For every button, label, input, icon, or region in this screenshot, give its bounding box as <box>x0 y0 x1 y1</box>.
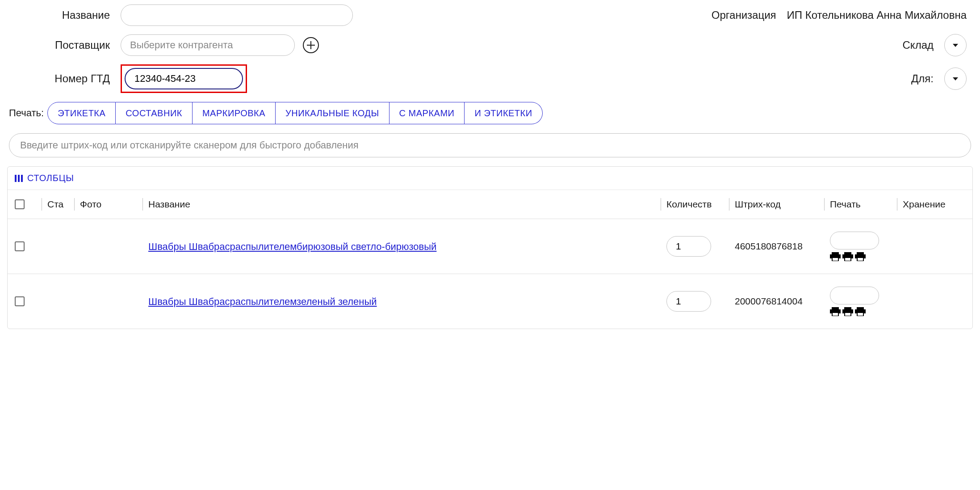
print-section: Печать: ЭТИКЕТКА СОСТАВНИК МАРКИРОВКА УН… <box>4 102 976 124</box>
svg-rect-6 <box>857 252 864 254</box>
barcode-input[interactable] <box>9 133 971 157</box>
form-row-gtd: Номер ГТД Для: <box>4 64 976 93</box>
header-print: Печать <box>830 199 897 210</box>
svg-rect-2 <box>832 258 838 261</box>
svg-rect-3 <box>844 252 851 254</box>
header-barcode: Штрих-код <box>735 199 824 210</box>
qty-input[interactable] <box>666 291 711 312</box>
printer-icon[interactable] <box>842 307 853 316</box>
print-sostavnik-button[interactable]: СОСТАВНИК <box>116 102 193 124</box>
print-count-input[interactable] <box>830 232 879 249</box>
supplier-input[interactable] <box>121 34 295 56</box>
header-storage: Хранение <box>903 199 965 210</box>
columns-icon <box>15 175 23 182</box>
svg-rect-12 <box>844 307 851 309</box>
print-with-marks-button[interactable]: С МАРКАМИ <box>389 102 465 124</box>
printer-icon[interactable] <box>855 252 866 261</box>
chevron-down-icon <box>953 44 958 47</box>
print-cell <box>830 232 897 261</box>
organization-value: ИП Котельникова Анна Михайловна <box>787 9 967 21</box>
svg-rect-11 <box>832 313 838 316</box>
for-label: Для: <box>873 72 944 85</box>
row-checkbox[interactable] <box>15 241 25 251</box>
product-link[interactable]: Швабры Швабрасраспылителемзеленый зелены… <box>148 296 377 307</box>
print-cell <box>830 287 897 316</box>
products-table: СТОЛБЦЫ Ста Фото Название Количеств Штри… <box>7 166 973 329</box>
warehouse-dropdown[interactable] <box>944 34 967 56</box>
qty-input[interactable] <box>666 236 711 257</box>
svg-rect-5 <box>845 258 851 261</box>
svg-rect-15 <box>857 307 864 309</box>
printer-icon[interactable] <box>842 252 853 261</box>
name-label: Название <box>4 9 121 21</box>
print-button-group: ЭТИКЕТКА СОСТАВНИК МАРКИРОВКА УНИКАЛЬНЫЕ… <box>47 102 542 124</box>
printer-icon[interactable] <box>855 307 866 316</box>
print-unique-codes-button[interactable]: УНИКАЛЬНЫЕ КОДЫ <box>276 102 389 124</box>
gtd-input[interactable] <box>125 68 243 89</box>
product-link[interactable]: Швабры Швабрасраспылителембирюзовый свет… <box>148 241 436 252</box>
add-supplier-button[interactable] <box>303 37 319 53</box>
print-and-labels-button[interactable]: И ЭТИКЕТКИ <box>465 102 542 124</box>
gtd-label: Номер ГТД <box>4 72 121 85</box>
chevron-down-icon <box>953 77 958 80</box>
header-name: Название <box>148 199 661 210</box>
print-etiketka-button[interactable]: ЭТИКЕТКА <box>47 102 116 124</box>
header-status: Ста <box>47 199 74 210</box>
print-count-input[interactable] <box>830 287 879 304</box>
barcode-value: 4605180876818 <box>735 241 824 252</box>
organization-label: Организация <box>712 9 787 21</box>
supplier-label: Поставщик <box>4 39 121 51</box>
barcode-value: 2000076814004 <box>735 296 824 307</box>
form-row-name: Название Организация ИП Котельникова Анн… <box>4 4 976 26</box>
table-header-row: Ста Фото Название Количеств Штрих-код Пе… <box>8 190 972 219</box>
print-label: Печать: <box>9 107 44 119</box>
form-row-supplier: Поставщик Склад <box>4 34 976 56</box>
select-all-checkbox[interactable] <box>15 199 25 209</box>
for-dropdown[interactable] <box>944 68 967 90</box>
gtd-highlight <box>121 64 247 93</box>
columns-button[interactable]: СТОЛБЦЫ <box>8 167 972 190</box>
name-input[interactable] <box>121 4 353 26</box>
table-row: Швабры Швабрасраспылителемзеленый зелены… <box>8 274 972 329</box>
svg-rect-0 <box>832 252 839 254</box>
header-qty: Количеств <box>666 199 729 210</box>
svg-rect-8 <box>857 258 863 261</box>
svg-rect-14 <box>845 313 851 316</box>
warehouse-label: Склад <box>873 39 944 51</box>
print-markirovka-button[interactable]: МАРКИРОВКА <box>193 102 276 124</box>
printer-icon[interactable] <box>830 307 841 316</box>
row-checkbox[interactable] <box>15 296 25 306</box>
svg-rect-9 <box>832 307 839 309</box>
printer-icon[interactable] <box>830 252 841 261</box>
table-row: Швабры Швабрасраспылителембирюзовый свет… <box>8 219 972 274</box>
svg-rect-17 <box>857 313 863 316</box>
header-photo: Фото <box>80 199 142 210</box>
